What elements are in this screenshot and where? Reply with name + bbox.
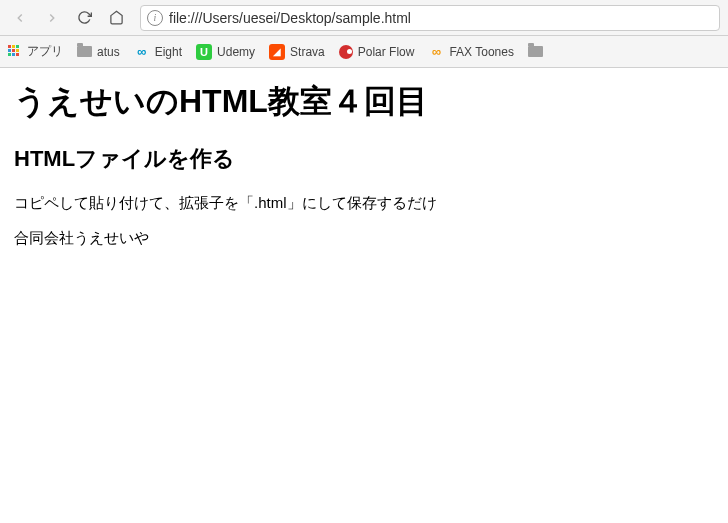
bookmark-label: Udemy bbox=[217, 45, 255, 59]
bookmark-label: Eight bbox=[155, 45, 182, 59]
bookmark-label: Strava bbox=[290, 45, 325, 59]
fax-icon: ∞ bbox=[428, 44, 444, 60]
folder-icon bbox=[528, 46, 543, 57]
bookmark-label: Polar Flow bbox=[358, 45, 415, 59]
back-button[interactable] bbox=[8, 6, 32, 30]
polar-icon bbox=[339, 45, 353, 59]
page-paragraph: 合同会社うえせいや bbox=[14, 229, 714, 248]
apps-label: アプリ bbox=[27, 43, 63, 60]
bookmark-label: FAX Toones bbox=[449, 45, 514, 59]
address-bar[interactable]: i file:///Users/uesei/Desktop/sample.htm… bbox=[140, 5, 720, 31]
apps-button[interactable]: アプリ bbox=[8, 43, 63, 60]
bookmark-overflow[interactable] bbox=[528, 46, 543, 57]
strava-icon: ◢ bbox=[269, 44, 285, 60]
bookmark-label: atus bbox=[97, 45, 120, 59]
bookmark-polar-flow[interactable]: Polar Flow bbox=[339, 45, 415, 59]
page-content: うえせいのHTML教室４回目 HTMLファイルを作る コピペして貼り付けて、拡張… bbox=[0, 68, 728, 276]
forward-button[interactable] bbox=[40, 6, 64, 30]
folder-icon bbox=[77, 46, 92, 57]
bookmark-atus[interactable]: atus bbox=[77, 45, 120, 59]
site-info-icon[interactable]: i bbox=[147, 10, 163, 26]
bookmark-fax-toones[interactable]: ∞ FAX Toones bbox=[428, 44, 514, 60]
page-paragraph: コピペして貼り付けて、拡張子を「.html」にして保存するだけ bbox=[14, 194, 714, 213]
bookmarks-bar: アプリ atus ∞ Eight U Udemy ◢ Strava Polar … bbox=[0, 36, 728, 68]
browser-toolbar: i file:///Users/uesei/Desktop/sample.htm… bbox=[0, 0, 728, 36]
eight-icon: ∞ bbox=[134, 44, 150, 60]
url-text[interactable]: file:///Users/uesei/Desktop/sample.html bbox=[169, 10, 713, 26]
bookmark-strava[interactable]: ◢ Strava bbox=[269, 44, 325, 60]
page-heading-1: うえせいのHTML教室４回目 bbox=[14, 80, 714, 124]
apps-grid-icon bbox=[8, 45, 22, 59]
home-button[interactable] bbox=[104, 6, 128, 30]
reload-button[interactable] bbox=[72, 6, 96, 30]
bookmark-eight[interactable]: ∞ Eight bbox=[134, 44, 182, 60]
udemy-icon: U bbox=[196, 44, 212, 60]
bookmark-udemy[interactable]: U Udemy bbox=[196, 44, 255, 60]
page-heading-2: HTMLファイルを作る bbox=[14, 144, 714, 174]
